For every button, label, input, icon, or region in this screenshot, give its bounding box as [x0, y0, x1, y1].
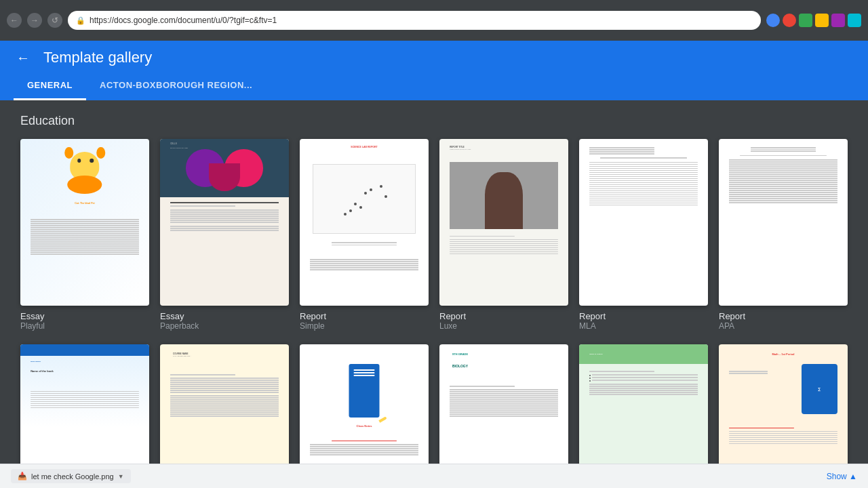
ext-icon-4	[815, 14, 829, 27]
tabs-bar: GENERAL ACTON-BOXBOROUGH REGION...	[0, 75, 868, 100]
address-bar[interactable]: 🔒 https://docs.google.com/document/u/0/?…	[68, 11, 761, 30]
bottom-bar: 📥 let me check Google.png ▼ Show ▲	[0, 464, 868, 488]
url-text: https://docs.google.com/document/u/0/?tg…	[90, 16, 277, 25]
template-name-report-mla: Report	[579, 311, 708, 321]
back-button[interactable]: ←	[7, 13, 22, 28]
thumb-report-simple: SCIENCE LAB REPORT	[300, 139, 429, 306]
template-subtitle-report-apa: APA	[719, 321, 848, 331]
thumb-report-apa	[719, 139, 848, 306]
ext-icon-3	[799, 14, 812, 27]
tab-acton[interactable]: ACTON-BOXBOROUGH REGION...	[86, 75, 266, 100]
download-icon: 📥	[18, 472, 27, 481]
forward-button[interactable]: →	[27, 13, 42, 28]
thumb-essay-paperback: CELLS BASIC UNITS OF LIFE	[160, 139, 289, 306]
template-name-report-luxe: Report	[439, 311, 568, 321]
download-filename: let me check Google.png	[31, 472, 114, 481]
page-title: Template gallery	[43, 49, 152, 66]
ext-icon-5	[831, 14, 845, 27]
content-area: Education Cat: The Ideal Pet	[0, 100, 868, 488]
template-name-report-apa: Report	[719, 311, 848, 321]
dropdown-icon[interactable]: ▼	[118, 473, 124, 480]
show-all-button[interactable]: Show ▲	[827, 472, 857, 481]
thumb-report-mla	[579, 139, 708, 306]
ext-icon-6	[848, 14, 861, 27]
section-title-education: Education	[20, 114, 848, 128]
template-subtitle-report-simple: Simple	[300, 321, 429, 331]
refresh-button[interactable]: ↺	[47, 13, 62, 28]
browser-icons	[766, 14, 861, 27]
template-subtitle-report-luxe: Luxe	[439, 321, 568, 331]
template-subtitle-report-mla: MLA	[579, 321, 708, 331]
template-report-mla[interactable]: Report MLA	[579, 139, 708, 331]
template-essay-playful[interactable]: Cat: The Ideal Pet Essay Playful	[20, 139, 149, 331]
lock-icon: 🔒	[76, 16, 85, 25]
template-name-essay-paperback: Essay	[160, 311, 289, 321]
template-report-luxe[interactable]: REPORT TITLE LOREM IPSUM DOLOR SIT AMET …	[439, 139, 568, 331]
download-item[interactable]: 📥 let me check Google.png ▼	[11, 469, 131, 483]
tab-general[interactable]: GENERAL	[14, 75, 86, 100]
template-subtitle-essay-paperback: Paperback	[160, 321, 289, 331]
header-bar: ← Template gallery	[0, 41, 868, 75]
ext-icon-1	[766, 14, 780, 27]
back-to-docs-button[interactable]: ←	[14, 47, 33, 68]
template-report-apa[interactable]: Report APA	[719, 139, 848, 331]
template-subtitle-essay-playful: Playful	[20, 321, 149, 331]
thumb-report-luxe: REPORT TITLE LOREM IPSUM DOLOR SIT AMET	[439, 139, 568, 306]
template-name-report-simple: Report	[300, 311, 429, 321]
template-grid-row1: Cat: The Ideal Pet Essay Playful	[20, 139, 848, 331]
ext-icon-2	[783, 14, 796, 27]
thumb-essay-playful: Cat: The Ideal Pet	[20, 139, 149, 306]
template-name-essay-playful: Essay	[20, 311, 149, 321]
browser-chrome: ← → ↺ 🔒 https://docs.google.com/document…	[0, 0, 868, 41]
template-report-simple[interactable]: SCIENCE LAB REPORT	[300, 139, 429, 331]
template-essay-paperback[interactable]: CELLS BASIC UNITS OF LIFE Essay Paperbac…	[160, 139, 289, 331]
